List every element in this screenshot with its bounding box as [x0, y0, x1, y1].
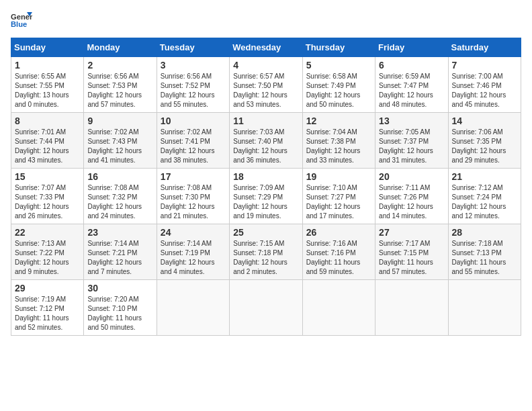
- calendar-cell: 21Sunrise: 7:12 AMSunset: 7:24 PMDayligh…: [448, 169, 521, 224]
- calendar-week-1: 1Sunrise: 6:55 AMSunset: 7:55 PMDaylight…: [11, 57, 521, 113]
- day-number: 14: [452, 116, 517, 126]
- day-number: 9: [87, 116, 152, 126]
- day-detail: Sunrise: 7:06 AMSunset: 7:35 PMDaylight:…: [452, 128, 506, 164]
- calendar-cell: 3Sunrise: 6:56 AMSunset: 7:52 PMDaylight…: [157, 57, 229, 113]
- calendar-cell: 2Sunrise: 6:56 AMSunset: 7:53 PMDaylight…: [84, 57, 157, 113]
- logo: General Blue: [11, 11, 32, 30]
- calendar-cell: 24Sunrise: 7:14 AMSunset: 7:19 PMDayligh…: [157, 224, 229, 280]
- day-detail: Sunrise: 6:57 AMSunset: 7:50 PMDaylight:…: [233, 73, 287, 108]
- day-number: 8: [15, 116, 80, 126]
- calendar-cell: 10Sunrise: 7:02 AMSunset: 7:41 PMDayligh…: [157, 113, 229, 169]
- logo-icon: General Blue: [11, 11, 32, 30]
- day-number: 29: [15, 283, 80, 293]
- day-number: 23: [87, 227, 152, 238]
- day-detail: Sunrise: 7:17 AMSunset: 7:15 PMDaylight:…: [379, 240, 433, 275]
- calendar-cell: 15Sunrise: 7:07 AMSunset: 7:33 PMDayligh…: [11, 169, 84, 224]
- day-number: 2: [87, 60, 152, 71]
- day-detail: Sunrise: 6:58 AMSunset: 7:49 PMDaylight:…: [306, 73, 361, 108]
- calendar-cell: 30Sunrise: 7:20 AMSunset: 7:10 PMDayligh…: [84, 280, 157, 336]
- day-number: 20: [379, 171, 444, 182]
- calendar-cell: 12Sunrise: 7:04 AMSunset: 7:38 PMDayligh…: [302, 113, 375, 169]
- svg-text:Blue: Blue: [11, 20, 27, 28]
- calendar-cell: 18Sunrise: 7:09 AMSunset: 7:29 PMDayligh…: [230, 169, 302, 224]
- calendar-cell: [302, 280, 375, 336]
- day-number: 19: [306, 171, 371, 182]
- calendar-week-3: 15Sunrise: 7:07 AMSunset: 7:33 PMDayligh…: [11, 169, 521, 224]
- day-detail: Sunrise: 7:08 AMSunset: 7:32 PMDaylight:…: [87, 184, 142, 220]
- calendar-cell: 19Sunrise: 7:10 AMSunset: 7:27 PMDayligh…: [302, 169, 375, 224]
- day-detail: Sunrise: 7:07 AMSunset: 7:33 PMDaylight:…: [15, 184, 69, 220]
- day-detail: Sunrise: 7:14 AMSunset: 7:19 PMDaylight:…: [161, 240, 215, 275]
- day-number: 1: [15, 60, 80, 71]
- day-number: 16: [87, 171, 152, 182]
- calendar-cell: 26Sunrise: 7:16 AMSunset: 7:16 PMDayligh…: [302, 224, 375, 280]
- day-detail: Sunrise: 7:10 AMSunset: 7:27 PMDaylight:…: [306, 184, 361, 220]
- calendar-cell: 28Sunrise: 7:18 AMSunset: 7:13 PMDayligh…: [448, 224, 521, 280]
- calendar-cell: 5Sunrise: 6:58 AMSunset: 7:49 PMDaylight…: [302, 57, 375, 113]
- calendar-cell: 1Sunrise: 6:55 AMSunset: 7:55 PMDaylight…: [11, 57, 84, 113]
- calendar-cell: 4Sunrise: 6:57 AMSunset: 7:50 PMDaylight…: [230, 57, 302, 113]
- calendar-cell: [375, 280, 448, 336]
- calendar-cell: 23Sunrise: 7:14 AMSunset: 7:21 PMDayligh…: [84, 224, 157, 280]
- calendar-cell: 16Sunrise: 7:08 AMSunset: 7:32 PMDayligh…: [84, 169, 157, 224]
- day-detail: Sunrise: 7:02 AMSunset: 7:43 PMDaylight:…: [87, 128, 142, 164]
- calendar-cell: 7Sunrise: 7:00 AMSunset: 7:46 PMDaylight…: [448, 57, 521, 113]
- day-detail: Sunrise: 6:56 AMSunset: 7:53 PMDaylight:…: [87, 73, 142, 108]
- calendar-cell: 9Sunrise: 7:02 AMSunset: 7:43 PMDaylight…: [84, 113, 157, 169]
- day-detail: Sunrise: 7:13 AMSunset: 7:22 PMDaylight:…: [15, 240, 69, 275]
- day-number: 15: [15, 171, 80, 182]
- calendar-cell: 6Sunrise: 6:59 AMSunset: 7:47 PMDaylight…: [375, 57, 448, 113]
- day-detail: Sunrise: 7:02 AMSunset: 7:41 PMDaylight:…: [161, 128, 215, 164]
- calendar-cell: 13Sunrise: 7:05 AMSunset: 7:37 PMDayligh…: [375, 113, 448, 169]
- day-number: 4: [233, 60, 298, 71]
- calendar-cell: 27Sunrise: 7:17 AMSunset: 7:15 PMDayligh…: [375, 224, 448, 280]
- day-detail: Sunrise: 7:16 AMSunset: 7:16 PMDaylight:…: [306, 240, 361, 275]
- day-number: 21: [452, 171, 517, 182]
- day-detail: Sunrise: 6:56 AMSunset: 7:52 PMDaylight:…: [161, 73, 215, 108]
- weekday-header-thursday: Thursday: [302, 38, 375, 57]
- day-detail: Sunrise: 7:04 AMSunset: 7:38 PMDaylight:…: [306, 128, 361, 164]
- weekday-header-tuesday: Tuesday: [157, 38, 229, 57]
- calendar-cell: [157, 280, 229, 336]
- calendar-cell: 17Sunrise: 7:08 AMSunset: 7:30 PMDayligh…: [157, 169, 229, 224]
- day-number: 30: [87, 283, 152, 293]
- day-number: 3: [161, 60, 226, 71]
- day-number: 7: [452, 60, 517, 71]
- calendar-cell: 14Sunrise: 7:06 AMSunset: 7:35 PMDayligh…: [448, 113, 521, 169]
- calendar-cell: 11Sunrise: 7:03 AMSunset: 7:40 PMDayligh…: [230, 113, 302, 169]
- calendar-cell: 25Sunrise: 7:15 AMSunset: 7:18 PMDayligh…: [230, 224, 302, 280]
- day-number: 26: [306, 227, 371, 238]
- day-number: 10: [161, 116, 226, 126]
- calendar-table: SundayMondayTuesdayWednesdayThursdayFrid…: [11, 38, 521, 336]
- day-detail: Sunrise: 6:55 AMSunset: 7:55 PMDaylight:…: [15, 73, 69, 108]
- day-number: 13: [379, 116, 444, 126]
- day-detail: Sunrise: 7:18 AMSunset: 7:13 PMDaylight:…: [452, 240, 506, 275]
- day-detail: Sunrise: 7:19 AMSunset: 7:12 PMDaylight:…: [15, 295, 69, 331]
- day-number: 24: [161, 227, 226, 238]
- day-number: 27: [379, 227, 444, 238]
- day-number: 5: [306, 60, 371, 71]
- weekday-header-friday: Friday: [375, 38, 448, 57]
- calendar-cell: [448, 280, 521, 336]
- day-number: 11: [233, 116, 298, 126]
- calendar-cell: 8Sunrise: 7:01 AMSunset: 7:44 PMDaylight…: [11, 113, 84, 169]
- day-detail: Sunrise: 7:15 AMSunset: 7:18 PMDaylight:…: [233, 240, 287, 275]
- calendar-cell: 29Sunrise: 7:19 AMSunset: 7:12 PMDayligh…: [11, 280, 84, 336]
- calendar-cell: 20Sunrise: 7:11 AMSunset: 7:26 PMDayligh…: [375, 169, 448, 224]
- day-detail: Sunrise: 7:00 AMSunset: 7:46 PMDaylight:…: [452, 73, 506, 108]
- day-number: 28: [452, 227, 517, 238]
- day-number: 22: [15, 227, 80, 238]
- day-detail: Sunrise: 7:08 AMSunset: 7:30 PMDaylight:…: [161, 184, 215, 220]
- day-detail: Sunrise: 7:11 AMSunset: 7:26 PMDaylight:…: [379, 184, 433, 220]
- day-number: 18: [233, 171, 298, 182]
- weekday-header-wednesday: Wednesday: [230, 38, 302, 57]
- day-detail: Sunrise: 7:09 AMSunset: 7:29 PMDaylight:…: [233, 184, 287, 220]
- day-number: 25: [233, 227, 298, 238]
- day-detail: Sunrise: 7:05 AMSunset: 7:37 PMDaylight:…: [379, 128, 433, 164]
- day-number: 6: [379, 60, 444, 71]
- day-detail: Sunrise: 7:14 AMSunset: 7:21 PMDaylight:…: [87, 240, 142, 275]
- day-number: 17: [161, 171, 226, 182]
- page-header: General Blue: [11, 11, 521, 30]
- calendar-week-5: 29Sunrise: 7:19 AMSunset: 7:12 PMDayligh…: [11, 280, 521, 336]
- day-detail: Sunrise: 6:59 AMSunset: 7:47 PMDaylight:…: [379, 73, 433, 108]
